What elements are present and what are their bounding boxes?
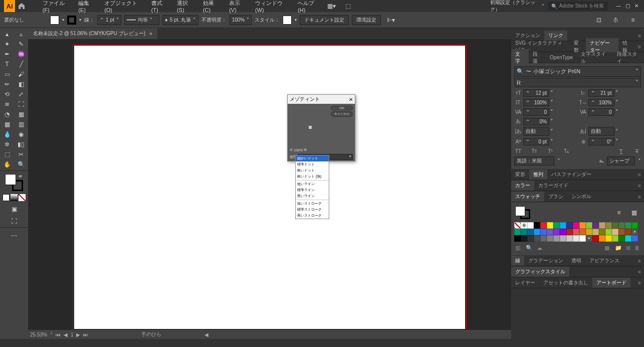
mesh-tool[interactable]: ▦ <box>0 119 14 129</box>
draw-mode[interactable]: ▣ <box>7 204 21 214</box>
color-mode-gradient[interactable] <box>11 194 18 201</box>
stroke-swatch[interactable] <box>67 16 76 25</box>
swatch-item[interactable] <box>553 222 560 229</box>
menu-file[interactable]: ファイル(F) <box>39 0 74 15</box>
rotate-tool[interactable]: ⟲ <box>0 89 14 99</box>
swatch-item[interactable] <box>560 229 566 235</box>
dropdown-option[interactable]: 標準ドット <box>296 161 329 167</box>
swatch-kind-icon[interactable]: ▦. <box>604 245 611 251</box>
kerning-input[interactable]: ⌃ 0 <box>523 108 549 116</box>
swatch-item[interactable] <box>547 222 553 229</box>
aki-left-input[interactable]: 自動 <box>523 127 549 136</box>
swatch-delete-icon[interactable]: 🗑 <box>634 245 640 251</box>
antialiasing-select[interactable]: シャープ <box>607 156 635 165</box>
pen-tool[interactable]: ✒ <box>0 49 14 59</box>
swap-icon[interactable]: ⇄ <box>19 174 22 179</box>
opacity-input[interactable]: 100% ˅ <box>230 15 252 25</box>
swatch-item[interactable] <box>527 229 534 235</box>
lasso-tool[interactable]: ✎ <box>14 39 28 49</box>
menu-help[interactable]: ヘルプ(H) <box>294 0 324 15</box>
swatch-item[interactable] <box>527 222 534 229</box>
gpu-icon[interactable]: ⬚ <box>342 1 354 11</box>
swatch-item[interactable] <box>605 235 612 242</box>
swatch-item[interactable] <box>514 222 521 229</box>
magic-wand-tool[interactable]: ✦ <box>0 39 14 49</box>
swatch-item[interactable] <box>514 229 521 235</box>
dropdown-option[interactable]: 粗いドット (強) <box>296 173 329 180</box>
superscript-icon[interactable]: T¹ <box>546 147 554 155</box>
search-box[interactable]: 🔍Adobe Stock を検索 <box>548 2 608 11</box>
scroll-left-icon[interactable]: ◀ <box>204 332 208 337</box>
free-transform-tool[interactable]: ⛶ <box>14 99 28 109</box>
swatch-item[interactable] <box>586 222 592 229</box>
tsume-input[interactable]: ⌃ 0% <box>523 118 549 125</box>
close-button[interactable]: ✕ <box>633 3 640 9</box>
rotation-input[interactable]: ⌃ 0° <box>588 138 614 145</box>
font-family-select[interactable]: 🔍〜 小塚ゴシック Pr6N˅ <box>514 66 641 77</box>
swatch-item[interactable]: ▸ <box>631 229 638 235</box>
isolation-icon[interactable]: ⊡ <box>592 15 606 25</box>
type-tool[interactable]: T <box>0 59 14 69</box>
shape-builder-tool[interactable]: ◔ <box>0 109 14 119</box>
swatch-item[interactable] <box>592 235 599 242</box>
eyedropper-tool[interactable]: 💧 <box>0 129 14 139</box>
swatch-item[interactable] <box>534 222 540 229</box>
panel-menu-icon[interactable]: ≡ <box>635 33 644 39</box>
swatch-item[interactable] <box>553 235 560 242</box>
swatch-item[interactable] <box>540 235 547 242</box>
swatch-item[interactable] <box>566 235 573 242</box>
nav-last-icon[interactable]: ⏭ <box>83 332 88 337</box>
swatch-item[interactable] <box>527 235 534 242</box>
swatch-grid-view[interactable]: ▦ <box>627 208 641 218</box>
hand-tool[interactable]: ✋ <box>0 159 14 169</box>
swatch-item[interactable] <box>553 229 560 235</box>
swatch-item[interactable] <box>586 229 592 235</box>
tab-stroke[interactable]: 線 <box>511 256 524 266</box>
swatch-item[interactable] <box>566 229 573 235</box>
direct-selection-tool[interactable]: ▵ <box>14 29 28 39</box>
swatch-item[interactable] <box>592 222 599 229</box>
swatch-item[interactable] <box>612 235 618 242</box>
swatch-item[interactable]: ⊕ <box>521 222 527 229</box>
paintbrush-tool[interactable]: 🖌 <box>14 69 28 79</box>
panel-menu-icon[interactable]: ≡ <box>635 183 644 189</box>
font-style-select[interactable]: R˅ <box>514 78 641 87</box>
vscale-input[interactable]: ⌃ 100% <box>523 99 549 106</box>
home-button[interactable] <box>16 0 27 12</box>
gradient-tool[interactable]: ▥ <box>14 119 28 129</box>
swatch-item[interactable] <box>573 235 579 242</box>
swatch-item[interactable] <box>599 222 605 229</box>
swatch-item[interactable] <box>540 229 547 235</box>
swatch-item[interactable] <box>625 235 631 242</box>
swatch-item[interactable] <box>521 229 527 235</box>
page-number[interactable]: 1 <box>71 332 74 337</box>
swatch-item[interactable] <box>573 222 579 229</box>
swatch-item[interactable] <box>560 235 566 242</box>
swatch-item[interactable] <box>560 222 566 229</box>
tab-appearance[interactable]: アピアランス <box>585 256 623 266</box>
tab-character[interactable]: 文字 <box>511 49 529 66</box>
tracking-input[interactable]: ⌃ 0 <box>588 108 614 116</box>
panel-menu-icon[interactable]: ≡ <box>635 171 644 178</box>
swatch-item[interactable] <box>534 229 540 235</box>
swatch-item[interactable] <box>566 222 573 229</box>
brush-select[interactable]: ● 5 pt. 丸筆 ˅ <box>162 15 198 25</box>
nav-prev-icon[interactable]: ◀ <box>64 332 68 337</box>
swatch-item[interactable] <box>514 235 521 242</box>
color-mode-none[interactable] <box>19 194 26 201</box>
swatch-item[interactable] <box>540 222 547 229</box>
symbol-sprayer-tool[interactable]: ✲ <box>0 139 14 149</box>
dropdown-option[interactable]: 長いライン <box>296 193 329 199</box>
tab-transform[interactable]: 変形 <box>511 169 529 180</box>
graph-tool[interactable]: ▮▯ <box>14 139 28 149</box>
dropdown-option[interactable]: 短いストローク <box>296 201 329 207</box>
swatch-item[interactable] <box>547 229 553 235</box>
rectangle-tool[interactable]: ▭ <box>0 69 14 79</box>
dropdown-option[interactable]: 標準ライン <box>296 187 329 193</box>
menu-select[interactable]: 選択(S) <box>173 0 198 15</box>
dialog-zoom-in[interactable]: ⊞ <box>304 148 307 152</box>
scale-tool[interactable]: ⤢ <box>14 89 28 99</box>
workspace-switcher[interactable]: 初期設定（クラシック） ˅ <box>490 0 544 13</box>
tab-symbols[interactable]: シンボル <box>567 192 595 202</box>
tab-brushes[interactable]: ブラシ <box>544 192 567 202</box>
